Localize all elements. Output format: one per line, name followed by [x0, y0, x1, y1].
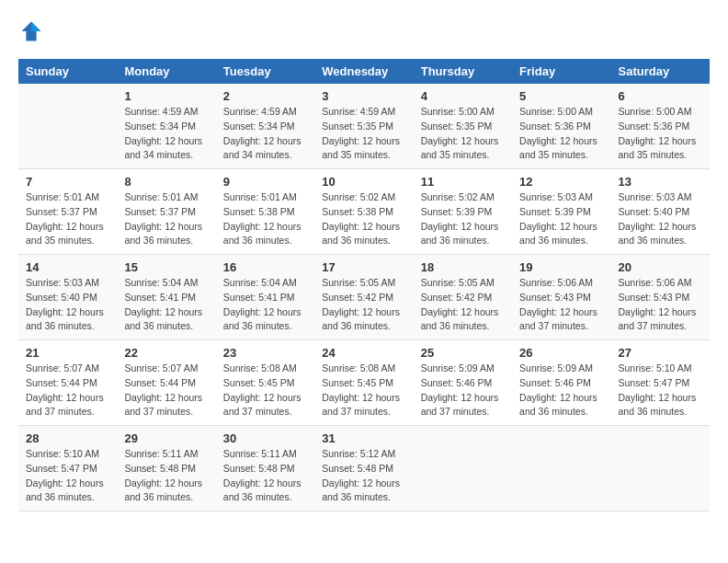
day-info: Sunrise: 5:04 AMSunset: 5:41 PMDaylight:… [223, 276, 307, 334]
day-number: 13 [619, 175, 702, 189]
logo [18, 18, 48, 44]
day-info: Sunrise: 5:11 AMSunset: 5:48 PMDaylight:… [124, 447, 208, 505]
calendar-cell: 10Sunrise: 5:02 AMSunset: 5:38 PMDayligh… [314, 169, 413, 255]
day-number: 2 [223, 89, 307, 103]
day-number: 4 [421, 89, 505, 103]
day-number: 6 [619, 89, 702, 103]
weekday-header-sunday: Sunday [18, 59, 117, 84]
day-number: 17 [322, 260, 405, 274]
day-number: 1 [124, 89, 208, 103]
day-number: 25 [421, 346, 505, 360]
weekday-header-thursday: Thursday [414, 59, 512, 84]
weekday-header-friday: Friday [512, 59, 610, 84]
day-info: Sunrise: 5:10 AMSunset: 5:47 PMDaylight:… [619, 362, 702, 419]
calendar-cell: 26Sunrise: 5:09 AMSunset: 5:46 PMDayligh… [512, 340, 610, 426]
calendar-week-row: 28Sunrise: 5:10 AMSunset: 5:47 PMDayligh… [18, 426, 710, 511]
day-info: Sunrise: 5:01 AMSunset: 5:37 PMDaylight:… [124, 190, 208, 248]
calendar-week-row: 14Sunrise: 5:03 AMSunset: 5:40 PMDayligh… [18, 255, 710, 340]
calendar-cell: 3Sunrise: 4:59 AMSunset: 5:35 PMDaylight… [314, 84, 413, 169]
weekday-header-tuesday: Tuesday [216, 59, 314, 84]
day-number: 8 [124, 175, 208, 189]
day-number: 7 [26, 175, 109, 189]
calendar-cell: 9Sunrise: 5:01 AMSunset: 5:38 PMDaylight… [216, 169, 314, 255]
day-info: Sunrise: 5:05 AMSunset: 5:42 PMDaylight:… [322, 276, 405, 334]
day-number: 9 [223, 175, 307, 189]
day-number: 18 [421, 260, 505, 274]
day-number: 12 [519, 175, 603, 189]
calendar-cell: 11Sunrise: 5:02 AMSunset: 5:39 PMDayligh… [414, 169, 512, 255]
day-info: Sunrise: 4:59 AMSunset: 5:34 PMDaylight:… [223, 105, 307, 163]
day-info: Sunrise: 5:03 AMSunset: 5:40 PMDaylight:… [26, 276, 109, 334]
day-number: 20 [619, 260, 702, 274]
calendar-cell: 2Sunrise: 4:59 AMSunset: 5:34 PMDaylight… [216, 84, 314, 169]
calendar-cell: 25Sunrise: 5:09 AMSunset: 5:46 PMDayligh… [414, 340, 512, 426]
day-info: Sunrise: 5:00 AMSunset: 5:36 PMDaylight:… [519, 105, 603, 163]
day-number: 21 [26, 346, 109, 360]
day-number: 29 [124, 431, 208, 445]
day-number: 22 [124, 346, 208, 360]
svg-marker-1 [31, 22, 41, 32]
calendar-cell [611, 426, 710, 511]
calendar-cell: 16Sunrise: 5:04 AMSunset: 5:41 PMDayligh… [216, 255, 314, 340]
calendar-cell: 5Sunrise: 5:00 AMSunset: 5:36 PMDaylight… [512, 84, 610, 169]
day-number: 24 [322, 346, 405, 360]
calendar-cell: 15Sunrise: 5:04 AMSunset: 5:41 PMDayligh… [117, 255, 215, 340]
weekday-header-monday: Monday [117, 59, 215, 84]
calendar-cell: 14Sunrise: 5:03 AMSunset: 5:40 PMDayligh… [18, 255, 117, 340]
day-info: Sunrise: 5:05 AMSunset: 5:42 PMDaylight:… [421, 276, 505, 334]
calendar-cell: 30Sunrise: 5:11 AMSunset: 5:48 PMDayligh… [216, 426, 314, 511]
day-info: Sunrise: 5:09 AMSunset: 5:46 PMDaylight:… [421, 362, 505, 419]
calendar-cell: 7Sunrise: 5:01 AMSunset: 5:37 PMDaylight… [18, 169, 117, 255]
day-number: 5 [519, 89, 603, 103]
calendar-cell: 22Sunrise: 5:07 AMSunset: 5:44 PMDayligh… [117, 340, 215, 426]
calendar-cell: 1Sunrise: 4:59 AMSunset: 5:34 PMDaylight… [117, 84, 215, 169]
calendar-cell [512, 426, 610, 511]
calendar-cell: 18Sunrise: 5:05 AMSunset: 5:42 PMDayligh… [414, 255, 512, 340]
day-info: Sunrise: 5:12 AMSunset: 5:48 PMDaylight:… [322, 447, 405, 505]
day-info: Sunrise: 5:01 AMSunset: 5:37 PMDaylight:… [26, 190, 109, 248]
calendar-cell: 8Sunrise: 5:01 AMSunset: 5:37 PMDaylight… [117, 169, 215, 255]
calendar-cell: 31Sunrise: 5:12 AMSunset: 5:48 PMDayligh… [314, 426, 413, 511]
day-number: 31 [322, 431, 405, 445]
weekday-header-wednesday: Wednesday [314, 59, 413, 84]
day-info: Sunrise: 5:06 AMSunset: 5:43 PMDaylight:… [619, 276, 702, 334]
header [18, 18, 710, 44]
calendar-cell: 27Sunrise: 5:10 AMSunset: 5:47 PMDayligh… [611, 340, 710, 426]
day-info: Sunrise: 5:03 AMSunset: 5:40 PMDaylight:… [619, 190, 702, 248]
calendar-week-row: 1Sunrise: 4:59 AMSunset: 5:34 PMDaylight… [18, 84, 710, 169]
day-info: Sunrise: 5:08 AMSunset: 5:45 PMDaylight:… [322, 362, 405, 419]
calendar-cell: 17Sunrise: 5:05 AMSunset: 5:42 PMDayligh… [314, 255, 413, 340]
day-info: Sunrise: 5:07 AMSunset: 5:44 PMDaylight:… [26, 362, 109, 419]
day-info: Sunrise: 5:08 AMSunset: 5:45 PMDaylight:… [223, 362, 307, 419]
day-number: 16 [223, 260, 307, 274]
calendar-cell: 29Sunrise: 5:11 AMSunset: 5:48 PMDayligh… [117, 426, 215, 511]
day-info: Sunrise: 5:07 AMSunset: 5:44 PMDaylight:… [124, 362, 208, 419]
day-number: 27 [619, 346, 702, 360]
day-number: 23 [223, 346, 307, 360]
day-info: Sunrise: 5:00 AMSunset: 5:36 PMDaylight:… [619, 105, 702, 163]
day-number: 28 [26, 431, 109, 445]
day-info: Sunrise: 4:59 AMSunset: 5:34 PMDaylight:… [124, 105, 208, 163]
calendar-cell: 19Sunrise: 5:06 AMSunset: 5:43 PMDayligh… [512, 255, 610, 340]
logo-icon [18, 18, 44, 44]
calendar-week-row: 21Sunrise: 5:07 AMSunset: 5:44 PMDayligh… [18, 340, 710, 426]
calendar-cell [18, 84, 117, 169]
calendar-cell: 23Sunrise: 5:08 AMSunset: 5:45 PMDayligh… [216, 340, 314, 426]
weekday-header-row: SundayMondayTuesdayWednesdayThursdayFrid… [18, 59, 710, 84]
day-number: 11 [421, 175, 505, 189]
day-info: Sunrise: 5:02 AMSunset: 5:38 PMDaylight:… [322, 190, 405, 248]
calendar-cell [414, 426, 512, 511]
calendar-cell: 20Sunrise: 5:06 AMSunset: 5:43 PMDayligh… [611, 255, 710, 340]
day-info: Sunrise: 5:01 AMSunset: 5:38 PMDaylight:… [223, 190, 307, 248]
weekday-header-saturday: Saturday [611, 59, 710, 84]
day-number: 26 [519, 346, 603, 360]
day-info: Sunrise: 5:04 AMSunset: 5:41 PMDaylight:… [124, 276, 208, 334]
calendar-cell: 24Sunrise: 5:08 AMSunset: 5:45 PMDayligh… [314, 340, 413, 426]
day-number: 14 [26, 260, 109, 274]
day-info: Sunrise: 5:09 AMSunset: 5:46 PMDaylight:… [519, 362, 603, 419]
calendar-cell: 13Sunrise: 5:03 AMSunset: 5:40 PMDayligh… [611, 169, 710, 255]
day-number: 10 [322, 175, 405, 189]
day-number: 3 [322, 89, 405, 103]
calendar-cell: 6Sunrise: 5:00 AMSunset: 5:36 PMDaylight… [611, 84, 710, 169]
day-info: Sunrise: 5:03 AMSunset: 5:39 PMDaylight:… [519, 190, 603, 248]
